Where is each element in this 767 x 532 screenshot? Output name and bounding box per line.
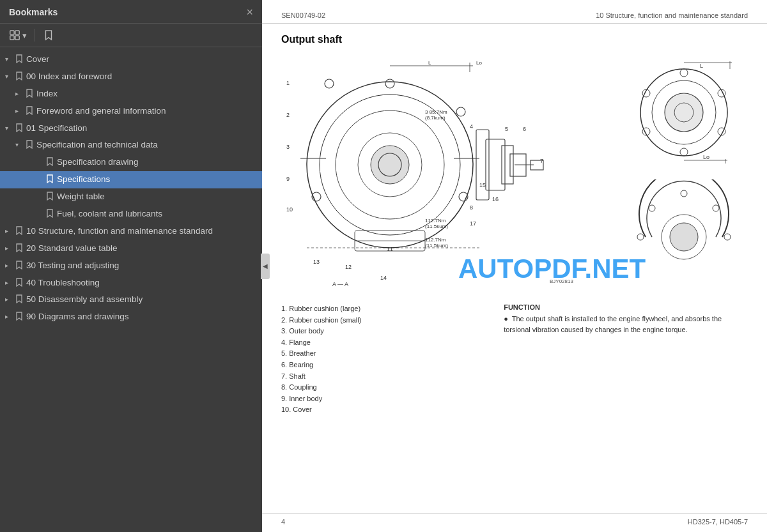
sidebar-header: Bookmarks × [0, 0, 262, 24]
bottom-info: 1. Rubber cushion (large) 2. Rubber cush… [281, 303, 748, 416]
svg-point-74 [713, 205, 719, 211]
tree-item-00-index[interactable]: 00 Index and foreword [0, 68, 262, 86]
svg-text:13: 13 [313, 259, 320, 265]
tree-item-10-structure[interactable]: 10 Structure, function and maintenance s… [0, 223, 262, 240]
arrow-30 [5, 261, 15, 271]
tree-item-40-trouble[interactable]: 40 Troubleshooting [0, 275, 262, 292]
svg-text:4: 4 [470, 123, 473, 130]
svg-text:10: 10 [286, 206, 293, 213]
main-diagram: 1 2 3 4 5 6 7 8 9 10 11 12 13 14 [281, 53, 614, 296]
svg-point-75 [724, 234, 731, 240]
svg-point-8 [456, 107, 465, 116]
bookmark-icon-index [26, 89, 33, 98]
arrow-20 [5, 243, 15, 254]
tree-label-20: 20 Standard value table [26, 243, 257, 255]
sidebar-title: Bookmarks [9, 7, 58, 17]
bookmark-icon-10 [15, 226, 23, 235]
tree-item-foreword[interactable]: Foreword and general information [0, 103, 262, 120]
tree-item-weight-table[interactable]: Weight table [0, 188, 262, 206]
svg-point-59 [680, 69, 688, 77]
bookmark-icon-spec-tech [26, 140, 33, 149]
arrow-01 [5, 123, 15, 133]
bookmark-icon-cover [15, 54, 23, 63]
tree-item-50-disassembly[interactable]: 50 Disassembly and assembly [0, 291, 262, 308]
svg-text:L: L [700, 63, 703, 69]
svg-text:7: 7 [540, 158, 543, 164]
svg-text:11: 11 [387, 246, 393, 252]
tree-item-index[interactable]: Index [0, 86, 262, 103]
svg-text:1: 1 [286, 80, 290, 86]
arrow-fuel [36, 209, 46, 219]
part-4: 4. Flange [281, 337, 484, 349]
tree-label-fuel: Fuel, coolant and lubricants [57, 208, 257, 220]
right-diagrams: L Lo [620, 53, 748, 296]
svg-rect-19 [476, 130, 489, 200]
svg-point-62 [680, 148, 688, 156]
tree-item-fuel[interactable]: Fuel, coolant and lubricants [0, 206, 262, 223]
arrow-weight-table [36, 192, 46, 202]
arrow-specifications [36, 174, 46, 185]
svg-text:16: 16 [492, 196, 499, 202]
tree-item-cover[interactable]: Cover [0, 51, 262, 68]
bookmark-icon-foreword [26, 106, 33, 115]
tree-item-01-spec[interactable]: 01 Specification [0, 120, 262, 137]
page-footer-right: HD325-7, HD405-7 [688, 518, 748, 526]
tree-label-spec-drawing: Specification drawing [57, 156, 257, 169]
svg-rect-3 [15, 36, 19, 40]
svg-rect-0 [10, 31, 14, 34]
expand-all-button[interactable]: ▾ [9, 29, 27, 41]
sidebar-toolbar: ▾ [0, 24, 262, 47]
right-bottom-diagram [620, 178, 748, 296]
bookmark-icon-20 [15, 243, 23, 252]
svg-point-76 [649, 205, 655, 211]
tree-label-index: Index [36, 88, 257, 100]
tree-label-00: 00 Index and foreword [26, 71, 257, 83]
svg-text:BJY02813: BJY02813 [550, 278, 573, 284]
bookmark-icon-specifications [46, 174, 54, 183]
bookmark-icon-fuel [46, 209, 54, 218]
tree-item-spec-drawing[interactable]: Specification drawing [0, 154, 262, 171]
tree-label-specifications: Specifications [57, 174, 257, 186]
tree-item-30-testing[interactable]: 30 Testing and adjusting [0, 257, 262, 275]
tree-item-spec-tech[interactable]: Specification and technical data [0, 137, 262, 154]
arrow-cover [5, 54, 15, 65]
part-3: 3. Outer body [281, 326, 484, 337]
svg-text:Lo: Lo [476, 60, 482, 66]
close-button[interactable]: × [246, 6, 253, 18]
part-1: 1. Rubber cushion (large) [281, 303, 484, 315]
svg-point-10 [325, 79, 334, 88]
parts-list: 1. Rubber cushion (large) 2. Rubber cush… [281, 303, 484, 416]
svg-text:3 85.7Nm: 3 85.7Nm [425, 109, 447, 115]
tree-label-weight-table: Weight table [57, 191, 257, 203]
svg-text:15: 15 [479, 182, 486, 188]
part-9: 9. Inner body [281, 393, 484, 405]
svg-text:(8.7kum): (8.7kum) [425, 115, 445, 121]
tree-label-foreword: Foreword and general information [36, 105, 257, 118]
tree-item-20-standard[interactable]: 20 Standard value table [0, 240, 262, 257]
tree-label-40: 40 Troubleshooting [26, 277, 257, 289]
section-title: Output shaft [281, 34, 748, 45]
bookmark-icon-00 [15, 72, 23, 80]
svg-point-13 [371, 146, 409, 184]
function-section: FUNCTION ● The output shaft is installed… [504, 303, 748, 416]
page: SEN00749-02 10 Structure, function and m… [262, 0, 767, 532]
part-7: 7. Shaft [281, 371, 484, 383]
diagram-area: 1 2 3 4 5 6 7 8 9 10 11 12 13 14 [281, 53, 748, 296]
document-content: SEN00749-02 10 Structure, function and m… [262, 0, 767, 532]
sidebar-collapse-button[interactable]: ◀ [261, 254, 270, 279]
tree-item-90-diagrams[interactable]: 90 Diagrams and drawings [0, 308, 262, 326]
svg-text:Lo: Lo [703, 154, 709, 160]
bookmark-icon-weight-table [46, 192, 54, 201]
tree-label-90: 90 Diagrams and drawings [26, 311, 257, 323]
bookmark-icon-90 [15, 312, 23, 321]
arrow-90 [5, 312, 15, 322]
tree-label-30: 30 Testing and adjusting [26, 260, 257, 272]
svg-rect-1 [15, 31, 19, 34]
bookmark-view-button[interactable] [43, 29, 54, 41]
svg-text:(11.5kum): (11.5kum) [425, 224, 448, 229]
part-8: 8. Coupling [281, 382, 484, 393]
arrow-10 [5, 226, 15, 236]
svg-text:8: 8 [470, 204, 473, 211]
tree-label-spec-tech: Specification and technical data [36, 139, 257, 151]
tree-item-specifications[interactable]: Specifications [0, 171, 262, 188]
